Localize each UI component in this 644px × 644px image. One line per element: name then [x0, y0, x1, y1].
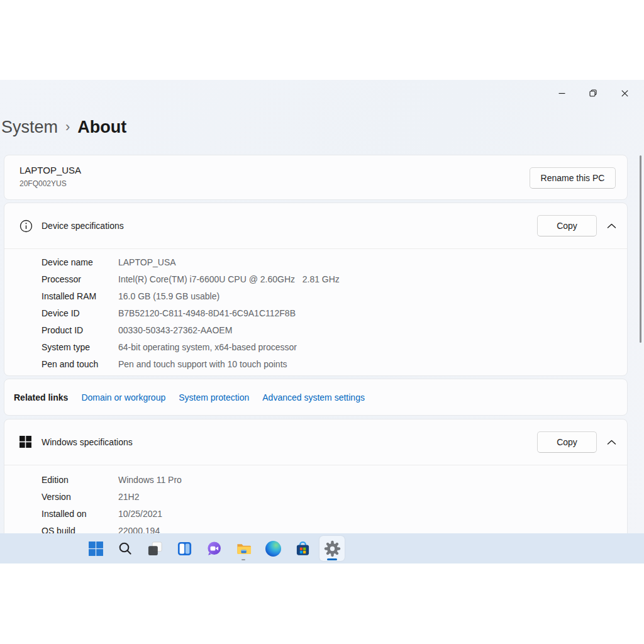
chat-icon — [206, 541, 222, 557]
spec-row-os-build: OS build 22000.194 — [4, 522, 627, 533]
spec-row-edition: Edition Windows 11 Pro — [4, 471, 627, 488]
close-button[interactable] — [610, 84, 639, 103]
windows-specifications-header[interactable]: Windows specifications Copy — [4, 419, 627, 465]
spec-value: 10/25/2021 — [118, 509, 162, 519]
vertical-scrollbar[interactable] — [640, 155, 641, 343]
spec-row-version: Version 21H2 — [4, 488, 627, 505]
spec-value: LAPTOP_USA — [118, 257, 176, 267]
chevron-up-icon — [607, 440, 616, 445]
spec-label: Product ID — [42, 325, 118, 335]
collapse-windows-specs-button[interactable] — [602, 433, 621, 451]
edge-icon — [265, 541, 281, 557]
spec-label: Edition — [42, 475, 118, 485]
minimize-icon — [558, 90, 565, 97]
search-button[interactable] — [113, 536, 138, 561]
device-specifications-title: Device specifications — [42, 221, 124, 231]
store-icon — [295, 541, 311, 557]
device-name: LAPTOP_USA — [19, 165, 81, 175]
file-explorer-button[interactable] — [231, 536, 256, 561]
spec-row-installed-on: Installed on 10/25/2021 — [4, 505, 627, 522]
active-app-indicator — [327, 558, 337, 560]
spec-row-installed-ram: Installed RAM 16.0 GB (15.9 GB usable) — [4, 287, 627, 304]
link-system-protection[interactable]: System protection — [179, 392, 249, 402]
widgets-button[interactable] — [172, 536, 197, 561]
spec-row-product-id: Product ID 00330-50343-27362-AAOEM — [4, 321, 627, 338]
task-view-icon — [147, 541, 163, 557]
taskbar: 2:00 PM 12/2/2021 — [0, 533, 644, 564]
spec-value: 64-bit operating system, x64-based proce… — [118, 342, 297, 352]
spec-row-system-type: System type 64-bit operating system, x64… — [4, 338, 627, 355]
spec-value: 22000.194 — [118, 526, 160, 534]
minimize-button[interactable] — [547, 84, 576, 103]
rename-pc-button[interactable]: Rename this PC — [530, 167, 616, 189]
related-links-card: Related links Domain or workgroup System… — [4, 379, 628, 416]
device-spec-rows: Device name LAPTOP_USA Processor Intel(R… — [4, 253, 627, 372]
spec-value: 21H2 — [118, 492, 139, 502]
windows-start-icon — [88, 541, 104, 557]
spec-row-processor: Processor Intel(R) Core(TM) i7-6600U CPU… — [4, 270, 627, 287]
windows-specifications-title: Windows specifications — [42, 437, 133, 447]
file-explorer-icon — [236, 541, 252, 557]
task-view-button[interactable] — [142, 536, 167, 561]
breadcrumb-separator-icon: › — [65, 119, 70, 135]
link-domain-or-workgroup[interactable]: Domain or workgroup — [81, 392, 165, 402]
widgets-icon — [177, 541, 192, 557]
windows-spec-rows: Edition Windows 11 Pro Version 21H2 Inst… — [4, 471, 627, 533]
device-name-card: LAPTOP_USA 20FQ002YUS Rename this PC — [4, 155, 628, 200]
running-indicator — [242, 559, 245, 561]
breadcrumb-system[interactable]: System — [1, 118, 58, 137]
windows-specifications-card: Windows specifications Copy Edition Wind… — [4, 419, 628, 533]
taskbar-app-icons — [83, 536, 345, 561]
spec-label: Processor — [42, 274, 118, 284]
search-icon — [118, 541, 133, 556]
spec-value: Pen and touch support with 10 touch poin… — [118, 359, 287, 369]
breadcrumb: System › About — [1, 118, 126, 137]
spec-value: Intel(R) Core(TM) i7-6600U CPU @ 2.60GHz… — [118, 274, 340, 284]
desktop-screenshot: System › About LAPTOP_USA 20FQ002YUS Ren… — [0, 0, 644, 644]
settings-button[interactable] — [319, 536, 345, 561]
info-icon — [19, 219, 33, 233]
settings-window: System › About LAPTOP_USA 20FQ002YUS Ren… — [0, 80, 644, 533]
spec-label: Device ID — [42, 308, 118, 318]
divider — [4, 248, 627, 249]
spec-row-device-name: Device name LAPTOP_USA — [4, 253, 627, 270]
close-icon — [621, 90, 628, 97]
copy-device-specs-button[interactable]: Copy — [537, 215, 597, 236]
link-advanced-system-settings[interactable]: Advanced system settings — [262, 392, 365, 402]
spec-value: 16.0 GB (15.9 GB usable) — [118, 291, 219, 301]
device-specifications-card: Device specifications Copy Device name L… — [4, 203, 628, 376]
edge-button[interactable] — [260, 536, 286, 561]
store-button[interactable] — [290, 536, 315, 561]
spec-label: Installed on — [42, 509, 118, 519]
chevron-up-icon — [607, 223, 616, 229]
spec-row-device-id: Device ID B7B52120-C811-4948-8D41-6C9A1C… — [4, 304, 627, 321]
device-specifications-header[interactable]: Device specifications Copy — [4, 203, 627, 248]
collapse-device-specs-button[interactable] — [602, 217, 621, 235]
device-model: 20FQ002YUS — [19, 179, 67, 188]
windows-logo-icon — [19, 436, 33, 449]
spec-row-pen-touch: Pen and touch Pen and touch support with… — [4, 355, 627, 372]
restore-icon — [589, 89, 597, 97]
maximize-restore-button[interactable] — [579, 84, 608, 103]
spec-label: Installed RAM — [42, 291, 118, 301]
settings-gear-icon — [324, 540, 341, 557]
spec-value: B7B52120-C811-4948-8D41-6C9A1C112F8B — [118, 308, 296, 318]
page-title-about: About — [77, 118, 126, 137]
related-links-title: Related links — [14, 392, 68, 402]
spec-label: Version — [42, 492, 118, 502]
spec-label: Device name — [42, 257, 118, 267]
spec-value: 00330-50343-27362-AAOEM — [118, 325, 232, 335]
spec-value: Windows 11 Pro — [118, 475, 182, 485]
spec-label: Pen and touch — [42, 359, 118, 369]
chat-button[interactable] — [201, 536, 226, 561]
copy-windows-specs-button[interactable]: Copy — [537, 431, 597, 453]
start-button[interactable] — [83, 536, 108, 561]
divider — [4, 465, 627, 465]
spec-label: OS build — [42, 526, 118, 534]
spec-label: System type — [42, 342, 118, 352]
window-controls — [547, 84, 639, 103]
